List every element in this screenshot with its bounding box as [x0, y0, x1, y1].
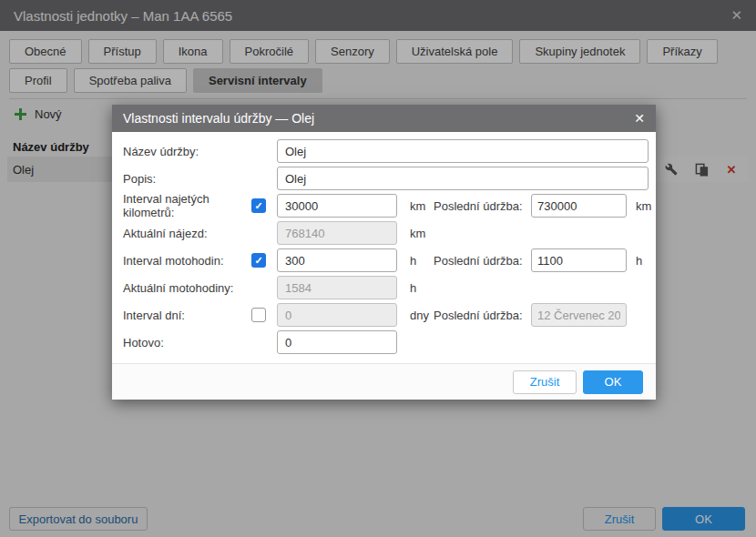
days-interval-input — [277, 303, 397, 327]
current-mileage-label: Aktuální nájezd: — [123, 227, 277, 240]
name-input[interactable] — [277, 139, 649, 163]
description-input[interactable] — [277, 167, 649, 190]
days-last-service-input — [531, 303, 627, 327]
dialog-titlebar: Vlastnosti intervalu údržby — Olej ✕ — [112, 105, 656, 132]
engine-hours-unit: h — [410, 254, 434, 268]
name-label: Název údržby: — [123, 145, 277, 158]
mileage-interval-input[interactable] — [277, 194, 397, 218]
dialog-ok-button[interactable]: OK — [583, 370, 643, 394]
field-row-done: Hotovo: — [123, 329, 649, 356]
field-row-engine-hours-interval: Interval motohodin: ✓ h Poslední údržba:… — [123, 247, 649, 274]
dialog-close-icon[interactable]: ✕ — [634, 111, 645, 126]
days-last-service-label: Poslední údržba: — [434, 309, 531, 322]
description-label: Popis: — [123, 172, 277, 186]
engine-hours-last-service-input[interactable] — [531, 248, 627, 272]
dialog-body: Název údržby: Popis: Interval najetých k… — [112, 132, 656, 356]
field-row-mileage-interval: Interval najetých kilometrů: ✓ km Posled… — [123, 192, 649, 219]
mileage-checkbox[interactable]: ✓ — [251, 198, 266, 213]
engine-hours-last-service-label: Poslední údržba: — [434, 254, 531, 268]
field-row-name: Název údržby: — [123, 137, 649, 165]
days-interval-label: Interval dní: — [123, 309, 251, 322]
mileage-last-service-label: Poslední údržba: — [434, 199, 531, 213]
mileage-last-service-input[interactable] — [531, 194, 627, 218]
current-engine-hours-unit: h — [410, 281, 434, 295]
unit-properties-window: Vlastnosti jednotky – Man 1AA 6565 ✕ Obe… — [0, 0, 756, 537]
engine-hours-checkbox[interactable]: ✓ — [251, 253, 266, 268]
current-engine-hours-label: Aktuální motohodiny: — [123, 281, 277, 295]
engine-hours-interval-input[interactable] — [277, 248, 397, 272]
current-engine-hours-input — [277, 276, 397, 299]
done-label: Hotovo: — [123, 336, 277, 350]
field-row-current-mileage: Aktuální nájezd: km — [123, 219, 649, 247]
field-row-days-interval: Interval dní: dny Poslední údržba: — [123, 301, 649, 329]
mileage-unit: km — [410, 199, 434, 213]
dialog-cancel-button[interactable]: Zrušit — [513, 370, 577, 394]
mileage-interval-label: Interval najetých kilometrů: — [123, 192, 251, 219]
mileage-last-unit: km — [636, 199, 651, 213]
done-input[interactable] — [277, 330, 397, 354]
current-mileage-unit: km — [410, 227, 434, 240]
field-row-description: Popis: — [123, 165, 649, 192]
maintenance-interval-dialog: Vlastnosti intervalu údržby — Olej ✕ Náz… — [112, 105, 656, 400]
dialog-title: Vlastnosti intervalu údržby — Olej — [123, 111, 314, 126]
field-row-current-engine-hours: Aktuální motohodiny: h — [123, 274, 649, 301]
current-mileage-input — [277, 221, 397, 245]
engine-hours-interval-label: Interval motohodin: — [123, 254, 251, 268]
dialog-footer: Zrušit OK — [112, 363, 656, 400]
engine-hours-last-unit: h — [636, 254, 642, 268]
days-unit: dny — [410, 309, 434, 322]
days-checkbox[interactable] — [251, 308, 266, 322]
